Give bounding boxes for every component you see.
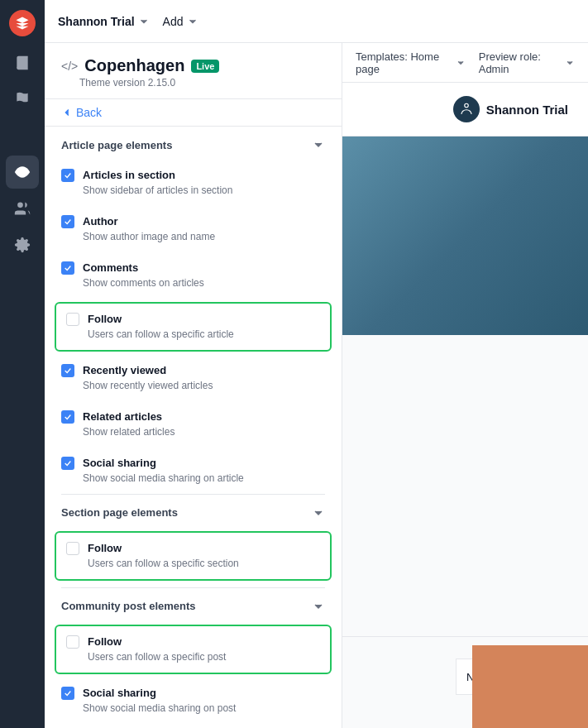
related-articles-label: Related articles [83, 410, 325, 424]
checkbox-articles-in-section[interactable] [61, 169, 74, 182]
preview-orange-block [472, 645, 588, 728]
nav-item-flag[interactable] [6, 83, 39, 116]
checkbox-comments[interactable] [61, 261, 74, 275]
svg-point-10 [465, 103, 469, 108]
section-page-group: Section page elements Follow Users can f… [45, 495, 342, 588]
checkbox-recently-viewed[interactable] [61, 364, 74, 377]
preview-area: Templates: Home page Preview role: Admin [342, 43, 588, 728]
comments-desc: Show comments on articles [83, 276, 325, 290]
sidebar-panel: </> Copenhagen Live Theme version 2.15.0… [45, 43, 342, 728]
preview-role-label: Preview role: Admin [479, 50, 562, 75]
preview-divider-line [342, 636, 588, 637]
preview-content: Shannon Trial New [342, 83, 588, 728]
section-page-label: Section page elements [61, 506, 178, 519]
preview-hero-image [342, 136, 588, 335]
element-social-sharing: Social sharing Show social media sharing… [45, 448, 342, 494]
articles-in-section-label: Articles in section [83, 168, 325, 183]
section-page-header[interactable]: Section page elements [45, 495, 342, 528]
recently-viewed-label: Recently viewed [83, 363, 325, 378]
brand-name: Shannon Trial [58, 15, 135, 28]
follow-post-label: Follow [88, 635, 320, 649]
social-sharing-desc: Show social media sharing on article [83, 472, 325, 486]
panel-scroll: Article page elements Articles in sectio… [45, 127, 342, 728]
templates-selector[interactable]: Templates: Home page [356, 50, 466, 75]
element-follow-article: Follow Users can follow a specific artic… [55, 302, 332, 352]
top-bar: Shannon Trial Add [45, 0, 588, 43]
nav-item-settings[interactable] [6, 228, 39, 261]
article-section-header[interactable]: Article page elements [45, 127, 342, 160]
community-post-header[interactable]: Community post elements [45, 588, 342, 621]
article-section-label: Article page elements [61, 139, 172, 151]
element-follow-post: Follow Users can follow a specific post [55, 625, 332, 674]
community-post-group: Community post elements Follow Users can… [45, 588, 342, 724]
element-comments: Comments Show comments on articles [45, 252, 342, 299]
add-button[interactable]: Add [163, 15, 198, 28]
article-page-section: Article page elements Articles in sectio… [45, 127, 342, 495]
live-badge: Live [191, 60, 219, 73]
preview-header: Shannon Trial [342, 83, 588, 136]
theme-header: </> Copenhagen Live Theme version 2.15.0 [45, 43, 342, 99]
element-social-sharing-post: Social sharing Show social media sharing… [45, 678, 342, 724]
checkbox-related-articles[interactable] [61, 410, 74, 424]
articles-in-section-desc: Show sidebar of articles in section [83, 184, 325, 198]
author-label: Author [83, 214, 325, 229]
nav-item-eye[interactable] [6, 156, 39, 189]
preview-avatar [453, 96, 480, 122]
comments-label: Comments [83, 261, 325, 275]
code-icon: </> [61, 60, 78, 73]
content-area: </> Copenhagen Live Theme version 2.15.0… [45, 43, 588, 728]
preview-body: New [342, 136, 588, 728]
follow-article-desc: Users can follow a specific article [88, 328, 320, 342]
element-recently-viewed: Recently viewed Show recently viewed art… [45, 355, 342, 401]
templates-label: Templates: Home page [356, 50, 452, 75]
nav-item-book[interactable] [6, 46, 39, 79]
preview-role-selector[interactable]: Preview role: Admin [479, 50, 575, 75]
add-label: Add [163, 15, 184, 28]
svg-point-8 [17, 203, 23, 208]
preview-bar: Templates: Home page Preview role: Admin [342, 43, 588, 83]
related-articles-desc: Show related articles [83, 425, 325, 439]
checkbox-author[interactable] [61, 215, 74, 228]
element-related-articles: Related articles Show related articles [45, 401, 342, 448]
back-button[interactable]: Back [45, 99, 342, 127]
follow-section-desc: Users can follow a specific section [88, 557, 320, 571]
nav-item-users[interactable] [6, 192, 39, 225]
author-desc: Show author image and name [83, 230, 325, 244]
checkbox-follow-article[interactable] [66, 313, 79, 326]
element-author: Author Show author image and name [45, 206, 342, 252]
social-sharing-post-label: Social sharing [83, 686, 325, 701]
recently-viewed-desc: Show recently viewed articles [83, 379, 325, 393]
nav-item-list[interactable] [6, 119, 39, 152]
follow-article-label: Follow [88, 312, 320, 327]
svg-point-7 [21, 170, 25, 175]
element-articles-in-section: Articles in section Show sidebar of arti… [45, 160, 342, 206]
social-sharing-post-desc: Show social media sharing on post [83, 702, 325, 716]
element-follow-section: Follow Users can follow a specific secti… [55, 531, 332, 581]
main-area: Shannon Trial Add </> Copenhagen Live Th… [45, 0, 588, 728]
social-sharing-label: Social sharing [83, 456, 325, 471]
checkbox-follow-section[interactable] [66, 542, 79, 555]
follow-section-label: Follow [88, 541, 320, 556]
community-post-label: Community post elements [61, 600, 196, 612]
preview-brand-name: Shannon Trial [486, 103, 568, 117]
theme-title: Copenhagen [84, 56, 184, 75]
theme-version: Theme version 2.15.0 [79, 77, 325, 89]
left-navigation [0, 0, 45, 728]
brand-selector[interactable]: Shannon Trial [58, 15, 150, 28]
follow-post-desc: Users can follow a specific post [88, 650, 320, 664]
checkbox-follow-post[interactable] [66, 635, 79, 649]
checkbox-social-sharing-post[interactable] [61, 687, 74, 700]
logo[interactable] [9, 10, 36, 36]
checkbox-social-sharing[interactable] [61, 457, 74, 470]
back-label: Back [76, 106, 102, 119]
